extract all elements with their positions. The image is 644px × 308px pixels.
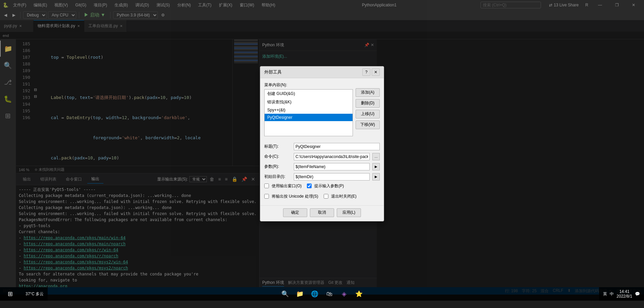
checkbox-row-unicode: 将输出按 Unicode 处理(S) [264,194,318,199]
checkbox-output[interactable] [264,184,269,188]
dialog-delete-btn[interactable]: 删除(D) [356,99,380,108]
dialog-ok-btn[interactable]: 确定 [283,208,307,217]
dialog-up-btn[interactable]: 上移(U) [356,110,380,118]
field-label-title: 标题(T): [264,144,291,149]
field-browse-params[interactable]: ▶ [372,163,380,170]
tray-notification[interactable]: 💬 [635,292,640,296]
menu-item-pyqtdesigner[interactable]: PyQtDesigner [265,114,353,121]
windows-start-btn[interactable]: ⊞ [4,288,16,300]
dialog-top-section: 菜单内容(N): 创建 GUID(&G) 错误查找(&K) Spy++(&t) … [264,82,380,140]
field-row-initdir: 初始目录(I): ▶ [264,173,380,181]
dialog-footer: 确定 取消 应用(L) [260,205,384,221]
field-label-initdir: 初始目录(I): [264,174,291,179]
dialog-add-btn[interactable]: 添加(A) [356,88,380,97]
dialog-title-btns: ? ✕ [362,68,380,76]
menu-item-guid[interactable]: 创建 GUID(&G) [265,90,353,98]
checkbox-row-exit: 退出时关闭(E) [324,194,357,199]
dialog-left: 菜单内容(N): 创建 GUID(&G) 错误查找(&K) Spy++(&t) … [264,82,353,140]
tray-clock: 14:41 2022/8/1 [616,289,632,299]
checkbox-prompt[interactable] [307,184,312,188]
dialog-body: 菜单内容(N): 创建 GUID(&G) 错误查找(&K) Spy++(&t) … [260,78,384,205]
menu-list-area[interactable]: 创建 GUID(&G) 错误查找(&K) Spy++(&t) PyQtDesig… [264,89,353,136]
field-input-title[interactable] [294,143,380,150]
field-label-command: 命令(C): [264,154,291,159]
field-browse-command[interactable]: … [372,153,380,160]
weather-temp: 37°C 多云 [26,291,44,297]
tray-time: 14:41 [619,289,630,294]
dialog-help-btn[interactable]: ? [362,68,370,76]
dialog-title: 外部工具 [264,69,282,75]
dialog-titlebar: 外部工具 ? ✕ [260,66,384,78]
field-row-title: 标题(T): [264,143,380,150]
tray-ime[interactable]: 中 [610,291,614,297]
checkbox-label-exit: 退出时关闭(E) [331,194,357,199]
checkbox-row-prompt: 提示输入参数(P) [307,183,344,189]
taskbar-extra[interactable]: ⭐ [353,288,365,300]
tray-lang[interactable]: 英 [603,291,607,297]
checkbox-label-unicode: 将输出按 Unicode 处理(S) [272,194,318,199]
dialog-overlay: 外部工具 ? ✕ 菜单内容(N): 创建 GUID(&G) 错误查找(&K) S… [0,0,644,287]
dialog-cancel-btn[interactable]: 取消 [310,208,334,217]
taskbar-edge[interactable]: 🌐 [309,288,321,300]
field-input-command[interactable] [294,153,370,160]
external-tools-dialog: 外部工具 ? ✕ 菜单内容(N): 创建 GUID(&G) 错误查找(&K) S… [260,66,384,221]
menu-item-error[interactable]: 错误查找(&K) [265,98,353,106]
field-input-params[interactable] [294,163,370,170]
checkbox-label-prompt: 提示输入参数(P) [314,183,344,189]
taskbar-vs[interactable]: ◈ [338,288,350,300]
dialog-action-btns: 添加(A) 删除(D) 上移(U) 下移(W) [356,88,380,140]
tray-date: 2022/8/1 [616,294,632,299]
field-label-params: 参数(R): [264,164,291,169]
dialog-close-btn[interactable]: ✕ [372,68,380,76]
dialog-down-btn[interactable]: 下移(W) [356,120,380,129]
taskbar-left: ⊞ 37°C 多云 [0,287,48,301]
field-row-command: 命令(C): … [264,153,380,160]
taskbar-search[interactable]: 🔍 [279,288,291,300]
taskbar: 🔍 📁 🌐 🛍 ◈ ⭐ [0,287,644,301]
field-input-initdir[interactable] [294,173,370,181]
taskbar-files[interactable]: 📁 [294,288,306,300]
dialog-fields: 标题(T): 命令(C): … 参数(R): ▶ 初始目录(I): [264,143,380,181]
checkbox-label-output: 使用输出窗口(O) [272,183,302,189]
taskbar-store[interactable]: 🛍 [323,288,335,300]
dialog-apply-btn[interactable]: 应用(L) [337,208,361,217]
checkbox-unicode[interactable] [264,194,269,199]
menu-list-label: 菜单内容(N): [264,82,353,88]
dialog-checkboxes: 使用输出窗口(O) 提示输入参数(P) 将输出按 Unicode 处理(S) 退… [264,183,380,201]
checkbox-exit[interactable] [324,194,328,199]
field-row-params: 参数(R): ▶ [264,163,380,170]
system-tray: 英 中 14:41 2022/8/1 💬 [599,287,644,301]
menu-item-spy[interactable]: Spy++(&t) [265,106,353,114]
field-browse-initdir[interactable]: ▶ [372,173,380,181]
checkbox-row-output: 使用输出窗口(O) [264,183,302,189]
